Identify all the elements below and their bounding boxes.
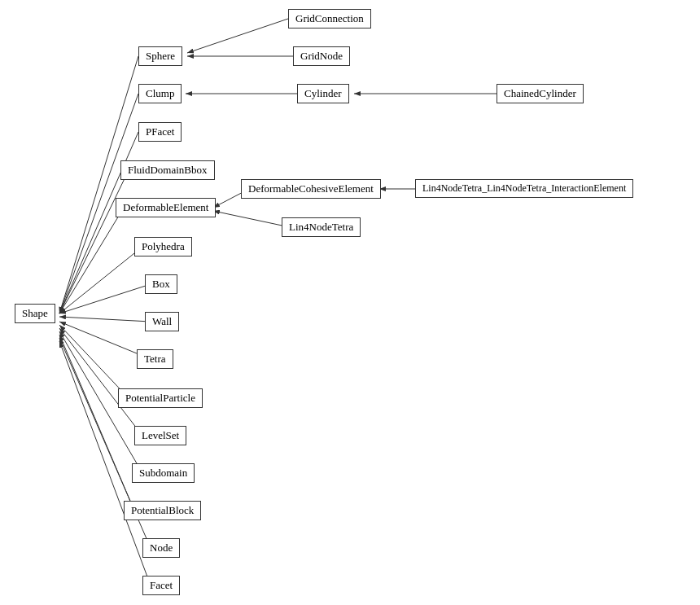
svg-line-4 bbox=[59, 170, 129, 313]
node-Polyhedra: Polyhedra bbox=[134, 237, 192, 256]
diagram-container: Shape Sphere Clump PFacet FluidDomainBbo… bbox=[0, 0, 700, 605]
node-Lin4NodeTetra: Lin4NodeTetra bbox=[282, 217, 361, 237]
node-Box: Box bbox=[145, 274, 177, 294]
node-Node: Node bbox=[142, 538, 180, 558]
node-GridConnection: GridConnection bbox=[288, 9, 371, 28]
node-Subdomain: Subdomain bbox=[132, 463, 195, 483]
node-Facet: Facet bbox=[142, 576, 180, 595]
diagram-svg bbox=[0, 0, 700, 605]
node-Shape: Shape bbox=[15, 304, 55, 323]
node-Wall: Wall bbox=[145, 312, 179, 331]
svg-line-1 bbox=[59, 56, 138, 313]
node-DeformableCohesiveElement: DeformableCohesiveElement bbox=[241, 179, 381, 199]
svg-line-11 bbox=[59, 328, 142, 436]
svg-line-20 bbox=[213, 211, 290, 227]
node-PotentialBlock: PotentialBlock bbox=[124, 501, 201, 520]
svg-line-3 bbox=[59, 132, 138, 313]
node-LevelSet: LevelSet bbox=[134, 426, 186, 445]
node-GridNode: GridNode bbox=[293, 46, 350, 66]
node-Lin4NodeTetra-InteractionElement: Lin4NodeTetra_Lin4NodeTetra_InteractionE… bbox=[415, 179, 633, 198]
svg-line-6 bbox=[59, 247, 142, 313]
svg-line-8 bbox=[59, 317, 151, 322]
node-FluidDomainBbox: FluidDomainBbox bbox=[120, 160, 215, 180]
svg-line-7 bbox=[59, 284, 151, 313]
node-PotentialParticle: PotentialParticle bbox=[118, 388, 203, 408]
node-Tetra: Tetra bbox=[137, 349, 173, 369]
svg-line-16 bbox=[187, 19, 288, 53]
node-Clump: Clump bbox=[138, 84, 182, 103]
node-ChainedCylinder: ChainedCylinder bbox=[497, 84, 584, 103]
node-Sphere: Sphere bbox=[138, 46, 182, 66]
node-Cylinder: Cylinder bbox=[297, 84, 349, 103]
node-DeformableElement: DeformableElement bbox=[116, 198, 216, 217]
node-PFacet: PFacet bbox=[138, 122, 182, 142]
